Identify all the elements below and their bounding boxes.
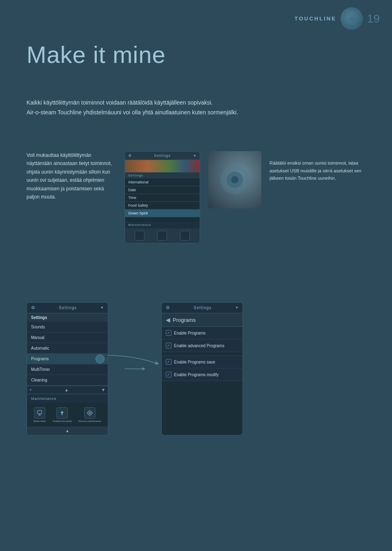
intro-line2: Air-o-steam Touchline yhdistelmäuuni voi… [27, 108, 361, 118]
programs-title-row: ◀ Programs [162, 313, 243, 327]
bottom-section: ⚙ Settings ▼ Settings Sounds Manual Auto… [27, 302, 361, 435]
small-phone-mockup: ⚙ Settings ▼ Settings International Date… [125, 151, 200, 243]
phone-menu-item-date: Date [125, 186, 200, 194]
enable-programs-save-item: ✓ Enable Programs save [162, 356, 243, 368]
programs-title: Programs [173, 317, 196, 323]
phone-menu-item-foodsafety: Food Safety [125, 202, 200, 210]
phone-bottom-icons [125, 228, 200, 243]
settings-item-programs: Programs [27, 354, 108, 364]
large-phone-subheader: Settings [27, 313, 108, 322]
boiler-drain-icon [34, 407, 45, 419]
enable-programs-item: ✓ Enable Programs [162, 327, 243, 339]
enable-programs-modify-item: ✓ Enable Programs modify [162, 368, 243, 381]
boiler-drain-label: Boiler drain [33, 420, 46, 422]
spacer-row [162, 352, 243, 356]
phone-header: ⚙ Settings ▼ [125, 152, 200, 160]
enable-programs-checkbox: ✓ [166, 330, 172, 336]
phone-menu-item-international: International [125, 178, 200, 186]
dropdown-arrow: ▼ [100, 306, 104, 310]
service-maintenance-icon [84, 407, 96, 419]
svg-point-2 [350, 17, 353, 20]
scroll-nav: + ▲ ▼ [27, 386, 108, 394]
maintenance-label: Maintenance [27, 394, 108, 403]
service-maintenance-btn: Service maintenance [78, 407, 101, 422]
enable-programs-save-label: Enable Programs save [174, 360, 215, 364]
enable-programs-modify-label: Enable Programs modify [174, 373, 219, 377]
phone-nav-bottom: ▲ [27, 426, 108, 435]
enable-advanced-programs-item: ✓ Enable advanced Programs [162, 339, 243, 352]
programs-gear-icon: ⚙ [166, 305, 170, 310]
enable-advanced-programs-label: Enable advanced Programs [174, 344, 224, 348]
nav-up-arrow: ▲ [65, 428, 69, 433]
programs-dropdown-arrow: ▼ [235, 306, 238, 310]
page-number: 19 [367, 12, 380, 25]
large-settings-phone: ⚙ Settings ▼ Settings Sounds Manual Auto… [27, 302, 108, 435]
enable-programs-label: Enable Programs [174, 331, 205, 335]
circle-decoration [341, 7, 363, 30]
phone-connector-svg [125, 359, 145, 379]
connector-area [125, 302, 145, 435]
settings-label: Settings [59, 306, 77, 310]
right-caption: Räätälöi ensiksi oman uunisi toiminnot, … [270, 151, 361, 182]
large-phone-icons: Boiler drain Guided descaling [27, 403, 108, 426]
enable-programs-save-checkbox: ✓ [166, 359, 172, 365]
large-phone-header: ⚙ Settings ▼ [27, 303, 108, 313]
service-maintenance-label: Service maintenance [78, 420, 101, 422]
phone-menu-item-time: Time [125, 194, 200, 202]
programs-phone-header: ⚙ Settings ▼ [162, 303, 243, 313]
description-text: Voit mukauttaa käyttöliittymän näyttämää… [27, 151, 116, 201]
settings-item-multitimer: MultiTimer [27, 364, 108, 375]
phone-menu-items: International Date Time Food Safety Gree… [125, 178, 200, 217]
guided-descaling-btn: Guided descaling [53, 407, 71, 422]
phone-menu-item-greenspirit: Green Spirit [125, 210, 200, 217]
boiler-drain-btn: Boiler drain [33, 407, 46, 422]
brand-name: TOUCHLINE [294, 16, 336, 22]
programs-phone: ⚙ Settings ▼ ◀ Programs ✓ Enable Program… [161, 302, 243, 435]
svg-point-8 [89, 412, 91, 414]
svg-rect-4 [38, 410, 42, 414]
settings-item-manual: Manual [27, 332, 108, 343]
gear-icon: ⚙ [31, 305, 35, 310]
programs-settings-label: Settings [194, 306, 212, 310]
title-section: Make it mine [27, 41, 166, 68]
page-header: TOUCHLINE 19 [294, 7, 380, 30]
enable-advanced-programs-checkbox: ✓ [166, 343, 172, 348]
settings-item-sounds: Sounds [27, 322, 108, 332]
phone-header-title: Settings [154, 154, 171, 158]
main-title: Make it mine [27, 41, 166, 68]
photo-mockup [208, 151, 261, 208]
settings-item-automatic: Automatic [27, 343, 108, 354]
enable-programs-modify-checkbox: ✓ [166, 372, 172, 377]
caption-text: Räätälöi ensiksi oman uunisi toiminnot, … [270, 159, 361, 182]
svg-marker-14 [143, 367, 145, 370]
intro-section: Kaikki käyttöliittymän toiminnot voidaan… [27, 98, 361, 118]
middle-section: Voit mukauttaa käyttöliittymän näyttämää… [27, 151, 361, 243]
intro-line1: Kaikki käyttöliittymän toiminnot voidaan… [27, 98, 361, 108]
settings-item-cleaning: Cleaning [27, 375, 108, 386]
guided-descaling-icon [56, 407, 68, 419]
guided-descaling-label: Guided descaling [53, 420, 71, 422]
back-arrow-icon: ◀ [166, 317, 170, 323]
description-col: Voit mukauttaa käyttöliittymän näyttämää… [27, 151, 116, 201]
